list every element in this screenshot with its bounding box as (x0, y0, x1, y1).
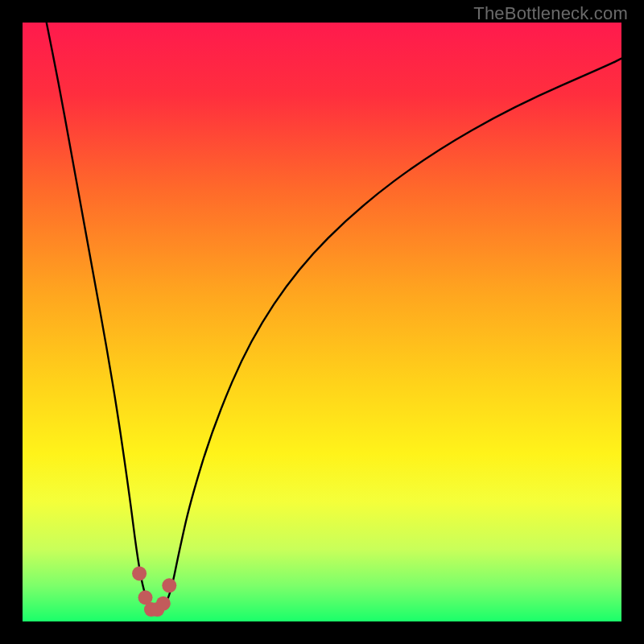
chart-frame: TheBottleneck.com (0, 0, 644, 644)
watermark-text: TheBottleneck.com (473, 3, 628, 24)
plot-area (23, 23, 621, 621)
minimum-marker-dot (132, 566, 147, 580)
gradient-background (23, 23, 621, 621)
minimum-marker-dot (162, 578, 176, 592)
bottleneck-chart (23, 23, 621, 621)
minimum-marker-dot (156, 597, 171, 611)
